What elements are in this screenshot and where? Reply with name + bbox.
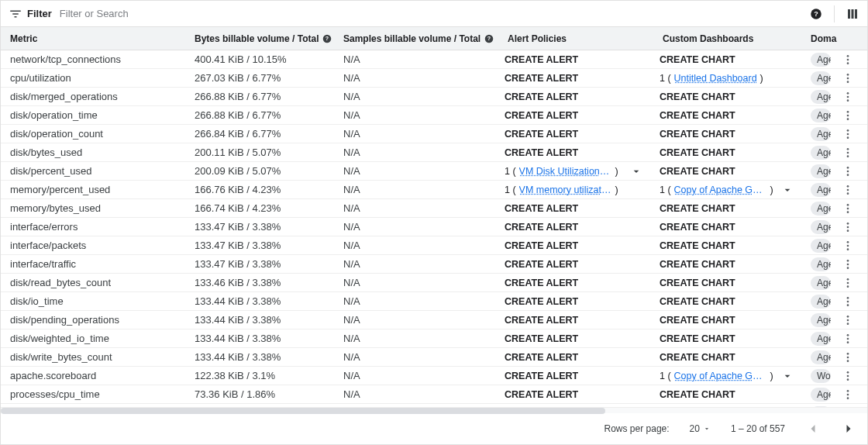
row-more-icon[interactable] (842, 91, 854, 103)
row-more-icon[interactable] (842, 147, 854, 159)
alert-create-button[interactable]: CREATE ALERT (505, 147, 578, 158)
dashboard-link[interactable]: Copy of Apache GCE Over… (674, 185, 767, 195)
filter-button[interactable]: Filter (9, 7, 52, 21)
scrollbar-thumb[interactable] (1, 408, 605, 414)
chevron-down-icon[interactable] (781, 370, 794, 382)
row-more-icon[interactable] (842, 295, 854, 308)
dashboard-create-button[interactable]: CREATE CHART (660, 110, 735, 121)
prev-page-button[interactable] (805, 421, 821, 436)
samples-value: N/A (343, 240, 360, 251)
column-settings-icon[interactable] (846, 7, 859, 21)
alert-create-button[interactable]: CREATE ALERT (505, 333, 578, 344)
table-row: interface/traffic133.47 KiB / 3.38%N/ACR… (1, 255, 867, 274)
svg-text:?: ? (487, 36, 491, 41)
help-icon[interactable]: ? (484, 33, 494, 44)
metric-name: memory/percent_used (10, 184, 110, 195)
alert-create-button[interactable]: CREATE ALERT (505, 110, 578, 121)
row-more-icon[interactable] (842, 72, 854, 85)
row-more-icon[interactable] (842, 165, 854, 178)
alert-create-button[interactable]: CREATE ALERT (505, 315, 578, 326)
dashboard-create-button[interactable]: CREATE CHART (660, 91, 735, 102)
alert-create-button[interactable]: CREATE ALERT (505, 240, 578, 251)
svg-point-59 (847, 360, 849, 362)
domain-chip: Agen (811, 183, 831, 197)
filter-input[interactable] (60, 8, 809, 19)
dashboard-create-button[interactable]: CREATE CHART (660, 222, 735, 233)
row-more-icon[interactable] (842, 333, 854, 345)
dashboard-link[interactable]: Copy of Apache GCE Over… (674, 371, 767, 381)
domain-chip: Work (811, 369, 831, 383)
row-more-icon[interactable] (842, 388, 854, 401)
svg-point-62 (847, 378, 849, 381)
metric-name: disk/percent_used (10, 165, 92, 177)
alert-create-button[interactable]: CREATE ALERT (505, 371, 578, 381)
dashboard-create-button[interactable]: CREATE CHART (660, 129, 735, 140)
dashboard-create-button[interactable]: CREATE CHART (660, 389, 735, 400)
chevron-down-icon[interactable] (781, 184, 794, 196)
dashboard-create-button[interactable]: CREATE CHART (660, 278, 735, 288)
alert-create-button[interactable]: CREATE ALERT (505, 352, 578, 363)
row-more-icon[interactable] (842, 184, 854, 196)
help-icon[interactable]: ? (809, 7, 823, 21)
col-domain-header[interactable]: Domain (811, 33, 837, 44)
dashboard-create-button[interactable]: CREATE CHART (660, 147, 735, 158)
row-more-icon[interactable] (842, 351, 854, 364)
alert-create-button[interactable]: CREATE ALERT (505, 73, 578, 84)
alert-create-button[interactable]: CREATE ALERT (505, 54, 578, 65)
dashboard-create-button[interactable]: CREATE CHART (660, 240, 735, 251)
alert-create-button[interactable]: CREATE ALERT (505, 222, 578, 233)
row-more-icon[interactable] (842, 128, 854, 140)
dashboard-create-button[interactable]: CREATE CHART (660, 259, 735, 270)
alert-create-button[interactable]: CREATE ALERT (505, 129, 578, 140)
dashboard-link-wrap: 1 ( Untitled Dashboard ) (660, 73, 798, 84)
alert-create-button[interactable]: CREATE ALERT (505, 259, 578, 270)
alert-link[interactable]: VM memory utilization too high (519, 185, 612, 195)
col-alert-header[interactable]: Alert Policies (508, 33, 567, 44)
row-more-icon[interactable] (842, 202, 854, 215)
bytes-value: 133.44 KiB / 3.38% (195, 295, 281, 307)
svg-point-61 (847, 374, 849, 377)
svg-point-34 (847, 207, 849, 209)
svg-point-64 (847, 393, 849, 395)
svg-point-33 (847, 204, 849, 206)
col-metric-header[interactable]: Metric (10, 33, 37, 44)
row-more-icon[interactable] (842, 258, 854, 271)
alert-link[interactable]: VM Disk Utilization about … (519, 166, 612, 177)
rows-per-page-select[interactable]: 20 (690, 423, 711, 434)
dashboard-create-button[interactable]: CREATE CHART (660, 54, 735, 65)
dashboard-create-button[interactable]: CREATE CHART (660, 352, 735, 363)
row-more-icon[interactable] (842, 53, 854, 66)
alert-create-button[interactable]: CREATE ALERT (505, 296, 578, 307)
domain-chip: Agen (811, 295, 831, 309)
alert-create-button[interactable]: CREATE ALERT (505, 91, 578, 102)
next-page-button[interactable] (841, 421, 856, 436)
alert-create-button[interactable]: CREATE ALERT (505, 203, 578, 214)
dashboard-create-button[interactable]: CREATE CHART (660, 333, 735, 344)
row-more-icon[interactable] (842, 109, 854, 122)
horizontal-scrollbar[interactable] (1, 407, 867, 413)
samples-value: N/A (343, 147, 360, 158)
domain-chip: Agen (811, 257, 831, 271)
col-dash-header[interactable]: Custom Dashboards (663, 33, 753, 44)
svg-text:?: ? (326, 36, 329, 41)
dashboard-create-button[interactable]: CREATE CHART (660, 203, 735, 214)
chevron-down-icon[interactable] (630, 165, 642, 178)
dashboard-link[interactable]: Untitled Dashboard (674, 73, 757, 84)
dashboard-create-button[interactable]: CREATE CHART (660, 315, 735, 326)
dashboard-create-button[interactable]: CREATE CHART (660, 166, 735, 177)
col-bytes-header[interactable]: Bytes billable volume / Total (195, 33, 319, 44)
domain-chip: Agen (811, 388, 831, 402)
row-more-icon[interactable] (842, 277, 854, 289)
row-more-icon[interactable] (842, 314, 854, 326)
alert-create-button[interactable]: CREATE ALERT (505, 278, 578, 288)
row-more-icon[interactable] (842, 221, 854, 233)
help-icon[interactable]: ? (322, 33, 332, 44)
dashboard-create-button[interactable]: CREATE CHART (660, 296, 735, 307)
domain-chip: Agen (811, 239, 831, 253)
row-more-icon[interactable] (842, 240, 854, 252)
table-row: disk/io_time133.44 KiB / 3.38%N/ACREATE … (1, 292, 867, 311)
col-samples-header[interactable]: Samples billable volume / Total (343, 33, 480, 44)
alert-create-button[interactable]: CREATE ALERT (505, 389, 578, 400)
bytes-value: 200.09 KiB / 5.07% (195, 165, 281, 177)
row-more-icon[interactable] (842, 370, 854, 382)
